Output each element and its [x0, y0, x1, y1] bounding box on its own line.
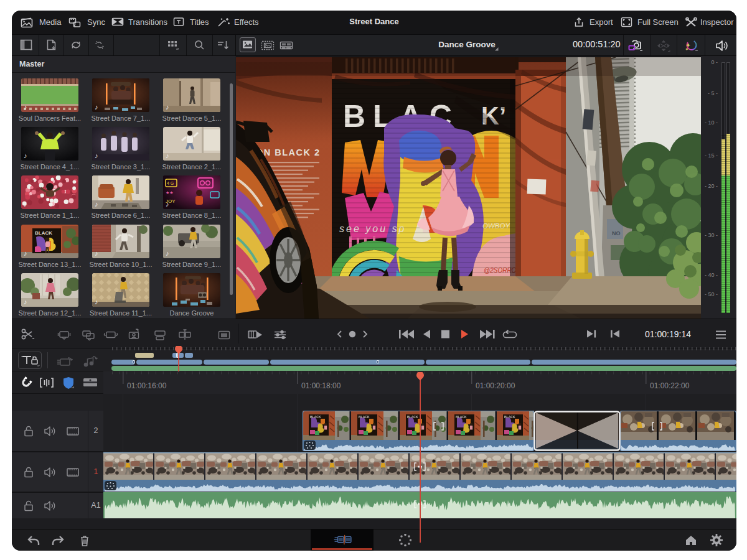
- svg-text:♪: ♪: [24, 152, 27, 159]
- svg-text:♪: ♪: [95, 152, 98, 159]
- svg-text:♪: ♪: [24, 298, 27, 306]
- svg-text:♪: ♪: [166, 250, 169, 257]
- svg-text:♪: ♪: [166, 103, 169, 111]
- svg-text:♪: ♪: [95, 250, 98, 257]
- svg-text:NO: NO: [612, 230, 621, 236]
- svg-text:★★: ★★: [166, 190, 174, 195]
- svg-text:4 G: 4 G: [167, 181, 174, 185]
- svg-text:♪: ♪: [24, 103, 27, 111]
- svg-text:♪: ♪: [166, 200, 169, 208]
- svg-text:♪: ♪: [95, 298, 98, 306]
- svg-text:♪: ♪: [24, 200, 27, 208]
- svg-text:♪: ♪: [95, 103, 98, 111]
- svg-text:BLACK: BLACK: [35, 230, 52, 236]
- svg-text:♪: ♪: [166, 152, 169, 159]
- svg-text:♪: ♪: [95, 200, 98, 208]
- svg-text:ON BLACK 2: ON BLACK 2: [256, 147, 321, 157]
- svg-text:♪: ♪: [24, 250, 27, 257]
